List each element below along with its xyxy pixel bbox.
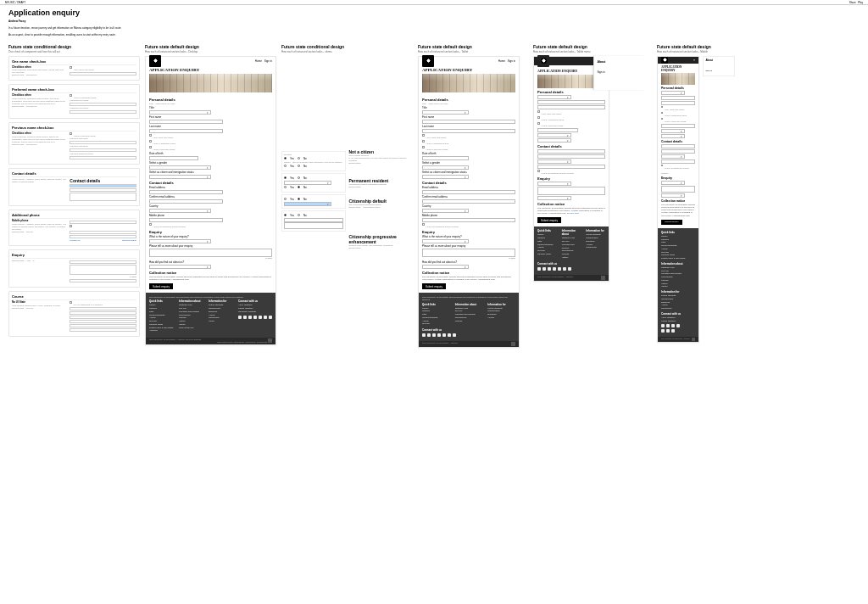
instagram-icon[interactable] — [253, 316, 257, 319]
nav-home[interactable]: Home — [255, 59, 262, 63]
spec-prefname: Preferred name check-box Checkbox when W… — [8, 84, 140, 119]
tablet-frame: HomeSign in APPLICATION ENQUIRY Personal… — [418, 56, 520, 349]
col-title: Future state conditional design — [8, 44, 140, 49]
artboard-row: Future state conditional design One chec… — [0, 44, 868, 349]
cond-left-1: Text text Yes No Citizen – Do you curren… — [281, 151, 346, 171]
col-5-tablet-menu: Future state default design How each of … — [533, 44, 652, 349]
desc-1: In a future iteration, revise journey an… — [8, 26, 860, 30]
top-actions: Share Play — [849, 1, 863, 3]
drawer-about[interactable]: About — [597, 60, 605, 64]
col-sub: One check of component and how this will… — [8, 50, 140, 53]
lname-input[interactable] — [149, 129, 223, 133]
uni-logo[interactable] — [149, 55, 161, 67]
hero-title: APPLICATION ENQUIRY — [146, 65, 275, 72]
twitter-icon[interactable] — [243, 316, 247, 319]
menu-drawer: About Sign in — [593, 56, 644, 90]
col-3-conditional: Future state conditional design How each… — [281, 44, 413, 349]
share-link[interactable]: Share — [849, 1, 856, 4]
sample-field — [70, 72, 136, 76]
dob-input[interactable] — [149, 156, 198, 160]
tiktok-icon[interactable] — [269, 316, 272, 319]
play-link[interactable]: Play — [858, 1, 863, 4]
desktop-frame: HomeSign in APPLICATION ENQUIRY Personal… — [145, 56, 276, 346]
weibo-icon[interactable] — [264, 316, 267, 319]
title-select[interactable] — [149, 110, 211, 115]
fname-input[interactable] — [149, 120, 223, 124]
spec-contact: Contact details When country Australia, … — [8, 168, 140, 206]
nav-signin[interactable]: Sign in — [264, 59, 272, 63]
youtube-icon[interactable] — [259, 316, 262, 319]
col-6-mobile: Future state default design How each of … — [657, 44, 737, 349]
page-title: Application enquiry — [8, 8, 860, 17]
drawer-signin[interactable]: Sign in — [597, 70, 642, 74]
col-2-desktop: Future state default design How each of … — [145, 44, 276, 349]
linkedin-icon[interactable] — [248, 316, 252, 319]
close-icon[interactable]: × — [693, 58, 695, 62]
spec-onename: One name check-box Checkbox when When ch… — [8, 56, 140, 81]
file-path: MYUSIC / DRAFT — [5, 1, 25, 3]
col-1-specs: Future state conditional design One chec… — [8, 44, 140, 349]
submit-button[interactable]: Submit enquiry — [149, 283, 173, 289]
spec-addphone: Additional phone Mobile phone When count… — [8, 210, 140, 246]
author: Andrew Facey — [8, 20, 860, 23]
footer: The University of Newcastle acknowledges… — [146, 293, 275, 338]
spec-enquiry: Enquiry Default state – Alert - Hi 0/100… — [8, 249, 140, 288]
mobile-drawer: About Sign in — [703, 56, 735, 76]
col-4-tablet: Future state default design How each of … — [418, 44, 528, 349]
checkbox-icon — [70, 66, 72, 69]
spec-course: Course No UI State Help student choose f… — [8, 291, 140, 337]
hero-image — [149, 74, 272, 92]
uni-logo[interactable] — [422, 55, 434, 67]
mobile-frame: × APPLICATION ENQUIRY Personal details I… — [657, 56, 699, 344]
desc-2: As an aspect, clear to provide enough in… — [8, 33, 860, 36]
enquiry-textarea[interactable] — [149, 249, 272, 257]
az-badge — [268, 338, 272, 343]
spec-prevname: Previous name check-box Checkbox when Wh… — [8, 122, 140, 165]
facebook-icon[interactable] — [238, 316, 242, 319]
page-header: Application enquiry Andrew Facey In a fu… — [0, 5, 868, 44]
